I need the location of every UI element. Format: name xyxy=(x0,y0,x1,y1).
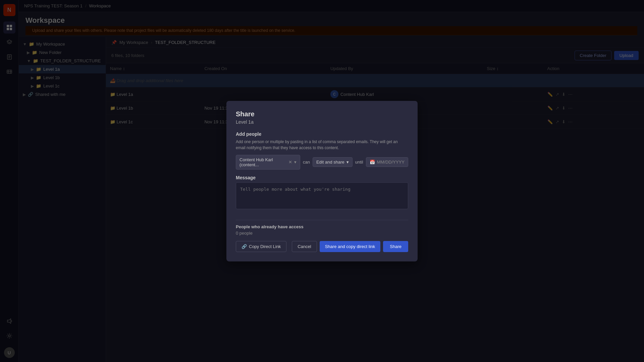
modal-overlay[interactable]: Share Level 1a Add people Add one person… xyxy=(0,0,644,362)
modal-footer-right: Cancel Share and copy direct link Share xyxy=(292,241,408,252)
date-input[interactable]: 📅 MM/DD/YYYY xyxy=(366,157,408,167)
chip-dropdown-icon[interactable]: ▾ xyxy=(294,160,297,165)
copy-link-label: Copy Direct Link xyxy=(249,244,281,249)
people-row: Content Hub Karl (content... ✕ ▾ can Edi… xyxy=(236,155,408,170)
share-button[interactable]: Share xyxy=(383,241,408,252)
permission-dropdown-icon: ▾ xyxy=(346,160,349,165)
divider xyxy=(236,220,408,220)
link-icon: 🔗 xyxy=(241,244,247,249)
message-textarea[interactable] xyxy=(236,182,408,209)
add-people-desc: Add one person or multiple by pasting in… xyxy=(236,139,408,151)
permission-value: Edit and share xyxy=(316,160,344,165)
can-label: can xyxy=(303,160,310,165)
email-chip[interactable]: Content Hub Karl (content... ✕ ▾ xyxy=(236,155,300,170)
modal-subtitle: Level 1a xyxy=(236,119,408,125)
add-people-title: Add people xyxy=(236,131,408,137)
message-label: Message xyxy=(236,175,408,180)
copy-direct-link-button[interactable]: 🔗 Copy Direct Link xyxy=(236,241,286,252)
modal-footer: 🔗 Copy Direct Link Cancel Share and copy… xyxy=(236,241,408,252)
access-count: 0 people xyxy=(236,231,408,236)
share-modal: Share Level 1a Add people Add one person… xyxy=(226,101,418,261)
until-label: until xyxy=(355,160,363,165)
chip-remove-icon[interactable]: ✕ xyxy=(288,160,292,165)
access-title: People who already have access xyxy=(236,224,408,229)
date-placeholder: MM/DD/YYYY xyxy=(377,160,405,165)
modal-title: Share xyxy=(236,110,408,118)
email-value: Content Hub Karl (content... xyxy=(239,157,285,167)
share-copy-button[interactable]: Share and copy direct link xyxy=(320,241,381,252)
cancel-button[interactable]: Cancel xyxy=(292,241,317,252)
calendar-icon: 📅 xyxy=(370,160,375,165)
permission-select[interactable]: Edit and share ▾ xyxy=(313,157,353,167)
